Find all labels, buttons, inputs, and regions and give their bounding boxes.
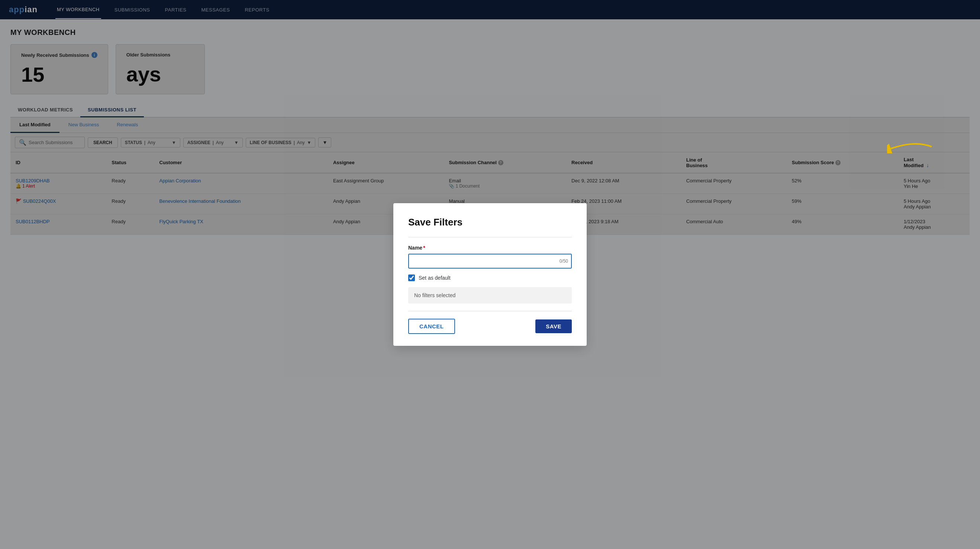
save-button[interactable]: SAVE xyxy=(535,319,572,333)
arrow-svg xyxy=(887,134,935,160)
name-label: Name* xyxy=(408,245,572,251)
required-indicator: * xyxy=(423,245,425,251)
default-checkbox[interactable] xyxy=(408,274,415,281)
cancel-button[interactable]: CANCEL xyxy=(408,319,455,334)
name-input[interactable] xyxy=(408,254,572,268)
modal-title: Save Filters xyxy=(408,217,572,228)
checkbox-label: Set as default xyxy=(418,275,450,281)
name-counter: 0/50 xyxy=(560,259,568,264)
name-input-wrapper: 0/50 xyxy=(408,254,572,268)
modal-divider-2 xyxy=(408,311,572,311)
modal-actions: CANCEL SAVE xyxy=(408,319,572,334)
modal-overlay: Save Filters Name* 0/50 Set as default N… xyxy=(0,0,980,549)
save-filters-modal: Save Filters Name* 0/50 Set as default N… xyxy=(393,203,587,346)
arrow-annotation xyxy=(887,134,935,161)
default-checkbox-row: Set as default xyxy=(408,274,572,281)
modal-divider xyxy=(408,237,572,237)
filters-display: No filters selected xyxy=(408,287,572,303)
